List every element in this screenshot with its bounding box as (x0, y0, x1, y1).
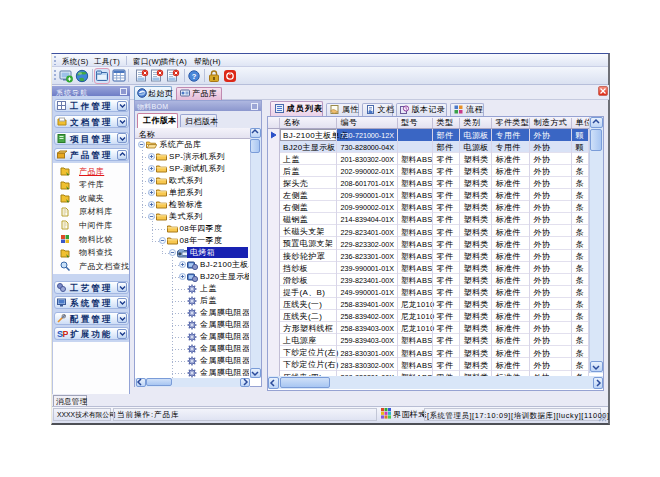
svg-text:P: P (63, 329, 69, 338)
svg-text:?: ? (192, 72, 197, 81)
